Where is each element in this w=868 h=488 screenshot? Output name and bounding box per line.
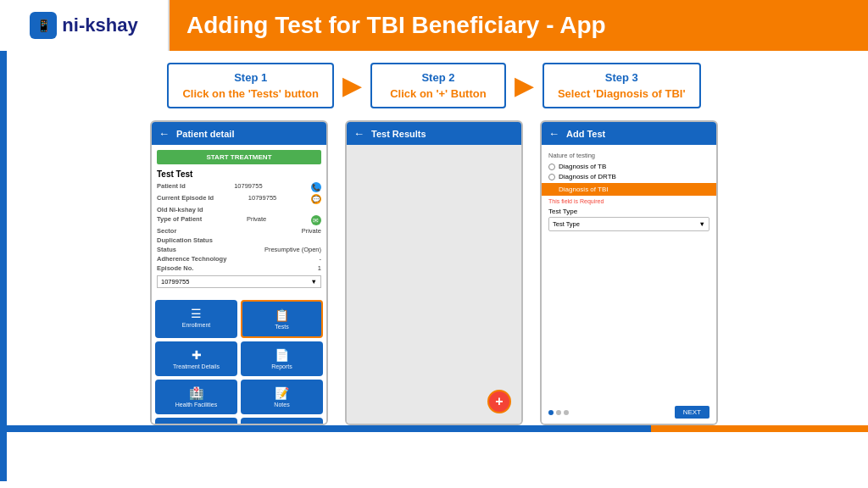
radio-label-2: Diagnosis of DRTB	[559, 173, 616, 180]
phone3-header: ← Add Test	[542, 122, 716, 145]
sector-value: Private	[302, 227, 321, 235]
phone3-back-icon: ←	[548, 127, 559, 140]
status-row: Status Presumptive (Open)	[157, 246, 321, 253]
old-nikshay-label: Old Ni-kshay Id	[157, 206, 203, 214]
patient-detail-content: START TREATMENT Test Test Patient Id 107…	[152, 145, 326, 297]
add-test-footer: NEXT	[542, 401, 716, 424]
status-label: Status	[157, 246, 176, 253]
enrollment-label: Enrollment	[159, 322, 234, 328]
patient-type-label: Type of Patient	[157, 215, 202, 225]
patient-type-row: Type of Patient Private ✉	[157, 215, 321, 225]
header: 📱 ni-kshay Adding Test for TBI Beneficia…	[0, 0, 868, 51]
treatment-icon: ✚	[159, 348, 234, 362]
radio-label-3: Diagnosis of TBI	[559, 186, 609, 193]
step3-title: Step 3	[558, 71, 686, 84]
episode-no-row: Episode No. 1	[157, 264, 321, 272]
status-value: Presumptive (Open)	[264, 246, 321, 253]
arrow1: ▶	[342, 73, 362, 98]
radio-option-1[interactable]: Diagnosis of TB	[548, 163, 709, 170]
error-message: This field is Required	[548, 198, 709, 204]
treatment-label: Treatment Details	[159, 363, 234, 369]
mockups-area: ← Patient detail START TREATMENT Test Te…	[0, 120, 868, 425]
phone3-mockup: ← Add Test Nature of testing Diagnosis o…	[540, 120, 718, 425]
sector-label: Sector	[157, 227, 176, 235]
treatment-details-btn[interactable]: ✚ Treatment Details	[155, 341, 237, 376]
step1-title: Step 1	[182, 71, 319, 84]
steps-area: Step 1 Click on the 'Tests' button ▶ Ste…	[0, 51, 868, 120]
reports-icon: 📄	[244, 348, 320, 362]
phone3-body: Nature of testing Diagnosis of TB Diagno…	[542, 145, 716, 424]
phone2-header-title: Test Results	[371, 129, 426, 139]
patient-id-value: 10799755	[234, 182, 262, 192]
reports-label: Reports	[244, 363, 320, 369]
start-treatment-button[interactable]: START TREATMENT	[157, 150, 321, 164]
patient-id-label: Patient Id	[157, 182, 186, 192]
episode-id-label: Current Episode Id	[157, 194, 214, 204]
phone-icon: 📞	[311, 182, 321, 192]
enrollment-btn[interactable]: ☰ Enrollment	[155, 300, 237, 338]
radio-circle-1	[548, 164, 555, 170]
radio-option-3[interactable]: Diagnosis of TBI	[542, 183, 716, 196]
episode-id-row: Current Episode Id 10799755 💬	[157, 194, 321, 204]
health-facilities-btn[interactable]: 🏥 Health Facilities	[155, 380, 237, 414]
page-title: Adding Test for TBI Beneficiary - App	[186, 12, 606, 39]
dropdown-icon: ▼	[311, 278, 317, 286]
comorbidity-btn[interactable]: ⊕ Comorbidity	[241, 418, 323, 424]
step2-box: Step 2 Click on '+' Button	[370, 63, 506, 108]
step2-title: Step 2	[386, 71, 491, 84]
old-nikshay-row: Old Ni-kshay Id	[157, 206, 321, 214]
episode-id-text: 10799755	[161, 278, 189, 286]
step1-desc: Click on the 'Tests' button	[182, 87, 319, 100]
step1-box: Step 1 Click on the 'Tests' button	[167, 63, 334, 108]
tests-label: Tests	[246, 324, 318, 330]
fab-add-button[interactable]: +	[487, 390, 511, 413]
phone2-back-icon: ←	[353, 127, 364, 140]
radio-option-2[interactable]: Diagnosis of DRTB	[548, 173, 709, 180]
bottom-grid: ☰ Enrollment 📋 Tests ✚ Treatment Details…	[152, 297, 326, 424]
patient-name: Test Test	[157, 169, 321, 179]
tests-btn[interactable]: 📋 Tests	[241, 300, 323, 338]
health-icon: 🏥	[159, 386, 234, 400]
next-button[interactable]: NEXT	[675, 406, 709, 419]
reports-btn[interactable]: 📄 Reports	[241, 341, 323, 376]
phone1-mockup: ← Patient detail START TREATMENT Test Te…	[150, 120, 328, 425]
tests-icon: 📋	[246, 308, 318, 322]
phone1-header: ← Patient detail	[152, 122, 326, 145]
logo-text: ni-kshay	[62, 14, 137, 36]
step3-box: Step 3 Select 'Diagnosis of TBI'	[542, 63, 701, 108]
notes-btn[interactable]: 📝 Notes	[241, 380, 323, 414]
staff-details-btn[interactable]: 👤 Staff Details	[155, 418, 237, 424]
health-label: Health Facilities	[159, 402, 234, 408]
dot-1	[548, 410, 554, 415]
step2-desc: Click on '+' Button	[386, 87, 491, 100]
whatsapp-icon: ✉	[311, 215, 321, 225]
patient-type-value: Private	[247, 215, 266, 225]
adherence-row: Adherence Technology -	[157, 255, 321, 263]
sector-row: Sector Private	[157, 227, 321, 235]
step3-desc: Select 'Diagnosis of TBI'	[558, 87, 686, 100]
phone1-back-icon: ←	[159, 127, 170, 140]
radio-circle-2	[548, 174, 555, 180]
dot-2	[556, 410, 561, 415]
phone2-mockup: ← Test Results +	[345, 120, 523, 425]
dup-status-row: Duplication Status	[157, 236, 321, 244]
adherence-label: Adherence Technology	[157, 255, 226, 263]
enrollment-icon: ☰	[159, 307, 234, 320]
episode-id-box: 10799755 ▼	[157, 275, 321, 288]
bottom-bar	[0, 425, 868, 432]
notes-label: Notes	[244, 402, 320, 408]
episode-no-label: Episode No.	[157, 264, 193, 272]
dot-indicators	[548, 410, 569, 415]
bottom-bar-orange	[651, 425, 868, 432]
logo-icon: 📱	[30, 12, 57, 39]
test-type-select[interactable]: Test Type ▼	[548, 217, 709, 231]
adherence-value: -	[320, 255, 322, 263]
nature-label: Nature of testing	[548, 152, 709, 159]
test-type-placeholder: Test Type	[553, 220, 580, 228]
test-type-label: Test Type	[548, 208, 709, 215]
dot-3	[564, 410, 569, 415]
radio-circle-3	[548, 186, 555, 193]
dup-status-label: Duplication Status	[157, 236, 213, 244]
bottom-bar-blue	[0, 425, 651, 432]
add-test-content: Nature of testing Diagnosis of TB Diagno…	[542, 145, 716, 238]
